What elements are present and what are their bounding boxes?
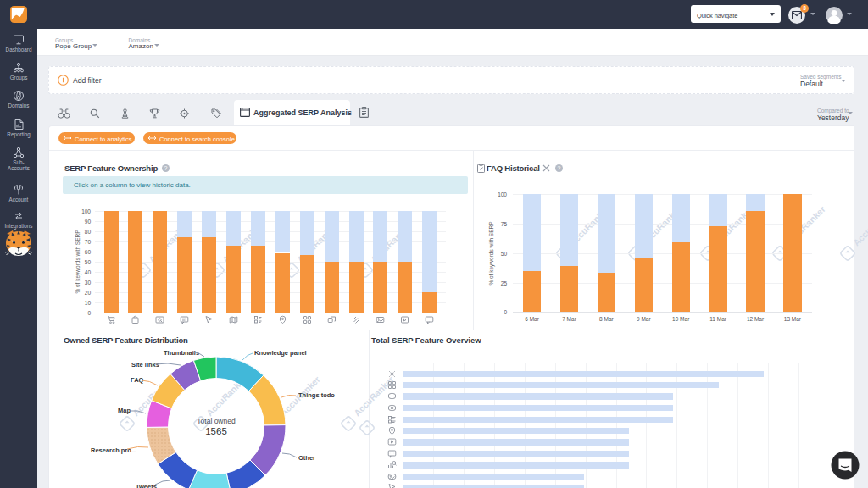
svg-text:AccuRanker: AccuRanker <box>851 204 868 248</box>
